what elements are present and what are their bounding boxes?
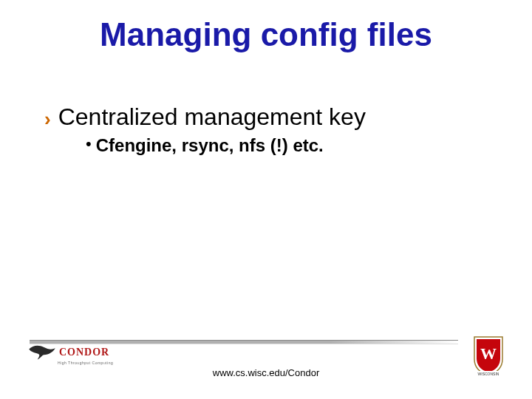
bullet-1: › Centralized management key: [44, 103, 488, 131]
slide: Managing config files › Centralized mana…: [0, 0, 532, 399]
condor-logo-subtext: High Throughput Computing: [58, 361, 113, 365]
footer-url: www.cs.wisc.edu/Condor: [0, 367, 532, 378]
bullet-1-sub-1-text: Cfengine, rsync, nfs (!) etc.: [96, 135, 324, 156]
condor-bird-icon: [28, 344, 56, 361]
chevron-icon: ›: [44, 109, 51, 129]
bullet-1-text: Centralized management key: [58, 103, 366, 131]
slide-body: › Centralized management key • Cfengine,…: [44, 103, 488, 156]
slide-title: Managing config files: [0, 16, 532, 53]
condor-logo-text: CONDOR: [59, 347, 109, 358]
bullet-1-sub-1: • Cfengine, rsync, nfs (!) etc.: [86, 135, 488, 156]
dot-icon: •: [86, 136, 92, 152]
svg-text:W: W: [480, 344, 497, 363]
condor-logo: CONDOR: [28, 344, 109, 361]
